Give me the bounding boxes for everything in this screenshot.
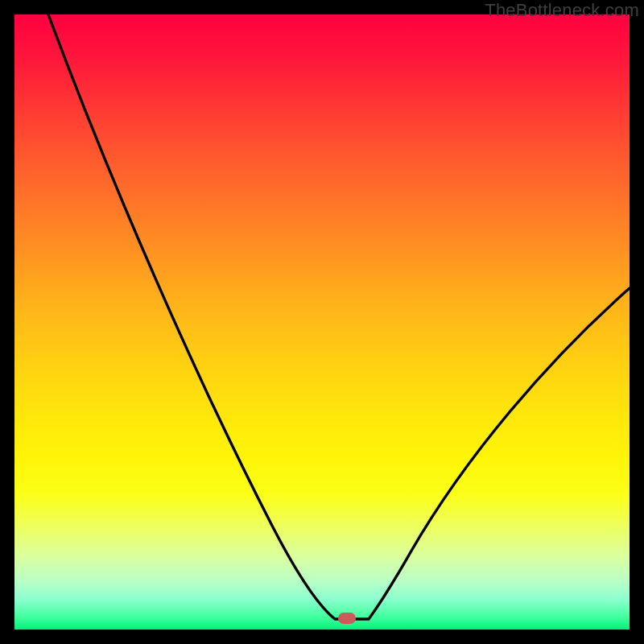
optimal-point-marker <box>338 613 356 624</box>
plot-area <box>14 14 630 630</box>
bottleneck-curve <box>14 14 630 630</box>
chart-frame: TheBottleneck.com <box>0 0 644 644</box>
curve-path <box>48 14 630 619</box>
watermark-text: TheBottleneck.com <box>485 0 639 21</box>
